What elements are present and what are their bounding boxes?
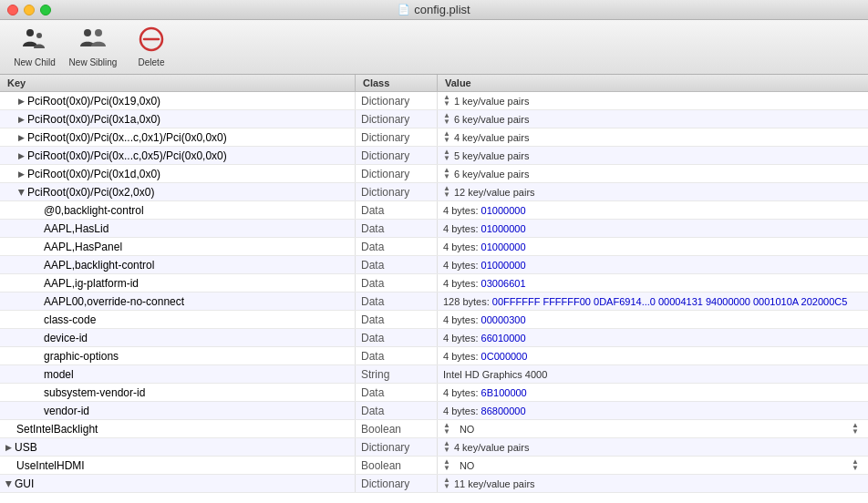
window-title: 📄 config.plist	[398, 3, 470, 16]
value-text: 4 bytes: 6B100000	[443, 387, 527, 398]
key-cell: ▶PciRoot(0x0)/Pci(0x2,0x0)	[0, 183, 356, 200]
delete-button[interactable]: Delete	[124, 23, 179, 72]
value-cell: 4 bytes: 01000000	[438, 238, 868, 255]
value-cell: 4 bytes: 66010000	[438, 329, 868, 346]
table-row[interactable]: class-codeData4 bytes: 00000300	[0, 311, 868, 329]
right-stepper[interactable]: ▲▼	[852, 423, 859, 435]
table-row[interactable]: AAPL,ig-platform-idData4 bytes: 03006601	[0, 274, 868, 293]
new-child-icon	[22, 26, 47, 56]
table-row[interactable]: AAPL,backlight-controlData4 bytes: 01000…	[0, 256, 868, 274]
value-cell: 128 bytes: 00FFFFFF FFFFFF00 0DAF6914...…	[438, 293, 868, 310]
value-text: 5 key/value pairs	[454, 150, 530, 161]
key-text: PciRoot(0x0)/Pci(0x1a,0x0)	[27, 113, 160, 126]
table-row[interactable]: device-idData4 bytes: 66010000	[0, 329, 868, 347]
new-child-button[interactable]: New Child	[7, 23, 62, 72]
stepper[interactable]: ▲▼	[443, 459, 450, 471]
key-text: vendor-id	[44, 405, 89, 417]
stepper[interactable]: ▲▼	[443, 131, 450, 143]
key-text: UseIntelHDMI	[16, 459, 85, 472]
new-sibling-button[interactable]: New Sibling	[66, 23, 120, 72]
table-row[interactable]: ▶USBDictionary▲▼4 key/value pairs	[0, 438, 868, 457]
value-text: 4 bytes: 03006601	[443, 278, 526, 289]
table-row[interactable]: modelStringIntel HD Graphics 4000	[0, 365, 868, 384]
value-text: 6 key/value pairs	[454, 114, 530, 125]
key-cell: AAPL,HasPanel	[0, 238, 356, 255]
stepper[interactable]: ▲▼	[443, 113, 450, 125]
key-cell: vendor-id	[0, 402, 356, 419]
value-text: Intel HD Graphics 4000	[443, 369, 547, 380]
stepper[interactable]: ▲▼	[443, 186, 450, 198]
titlebar: 📄 config.plist	[0, 0, 868, 20]
key-text: PciRoot(0x0)/Pci(0x...c,0x1)/Pci(0x0,0x0…	[27, 131, 227, 144]
key-cell: ▶PciRoot(0x0)/Pci(0x1d,0x0)	[0, 165, 356, 182]
key-cell: AAPL00,override-no-connect	[0, 293, 356, 310]
new-sibling-label: New Sibling	[69, 57, 118, 67]
table-row[interactable]: AAPL,HasLidData4 bytes: 01000000	[0, 220, 868, 238]
value-cell: 4 bytes: 03006601	[438, 274, 868, 292]
table-row[interactable]: ▶PciRoot(0x0)/Pci(0x1a,0x0)Dictionary▲▼6…	[0, 110, 868, 128]
key-cell: model	[0, 365, 356, 383]
key-cell: graphic-options	[0, 347, 356, 364]
new-sibling-icon	[80, 26, 106, 56]
table-row[interactable]: UseIntelHDMIBoolean▲▼NO▲▼	[0, 457, 868, 475]
value-text: 4 bytes: 00000300	[443, 314, 526, 325]
table-row[interactable]: ▶PciRoot(0x0)/Pci(0x1d,0x0)Dictionary▲▼6…	[0, 165, 868, 183]
table-row[interactable]: ▶PciRoot(0x0)/Pci(0x...c,0x5)/Pci(0x0,0x…	[0, 147, 868, 165]
key-text: PciRoot(0x0)/Pci(0x1d,0x0)	[27, 168, 160, 180]
stepper[interactable]: ▲▼	[443, 168, 450, 180]
table-row[interactable]: vendor-idData4 bytes: 86800000	[0, 402, 868, 420]
table-row[interactable]: @0,backlight-controlData4 bytes: 0100000…	[0, 201, 868, 220]
key-text: AAPL,HasLid	[44, 222, 108, 235]
value-cell: ▲▼NO▲▼	[438, 420, 868, 437]
stepper[interactable]: ▲▼	[443, 441, 450, 453]
key-text: AAPL00,override-no-connect	[44, 295, 184, 308]
key-cell: AAPL,ig-platform-id	[0, 274, 356, 292]
table-body: ▶PciRoot(0x0)/Pci(0x19,0x0)Dictionary▲▼1…	[0, 92, 868, 493]
stepper[interactable]: ▲▼	[443, 95, 450, 107]
class-cell: Dictionary	[356, 475, 438, 492]
value-cell: 4 bytes: 01000000	[438, 256, 868, 273]
key-cell: AAPL,HasLid	[0, 220, 356, 237]
value-cell: 4 bytes: 01000000	[438, 201, 868, 219]
minimize-button[interactable]	[24, 5, 35, 15]
table-row[interactable]: ▶PciRoot(0x0)/Pci(0x...c,0x1)/Pci(0x0,0x…	[0, 128, 868, 147]
stepper[interactable]: ▲▼	[443, 477, 450, 489]
class-cell: Dictionary	[356, 110, 438, 128]
svg-point-3	[95, 29, 102, 36]
collapse-triangle: ▶	[5, 480, 14, 487]
value-text: 4 bytes: 0C000000	[443, 351, 527, 362]
value-cell: ▲▼4 key/value pairs	[438, 438, 868, 456]
expand-triangle: ▶	[18, 151, 25, 160]
class-cell: Data	[356, 384, 438, 401]
key-cell: ▶PciRoot(0x0)/Pci(0x1a,0x0)	[0, 110, 356, 128]
class-cell: Boolean	[356, 457, 438, 474]
new-child-label: New Child	[14, 57, 56, 67]
table-row[interactable]: ▶PciRoot(0x0)/Pci(0x19,0x0)Dictionary▲▼1…	[0, 92, 868, 110]
stepper[interactable]: ▲▼	[443, 423, 450, 435]
key-text: class-code	[44, 313, 96, 326]
value-cell: 4 bytes: 6B100000	[438, 384, 868, 401]
collapse-triangle: ▶	[17, 189, 26, 195]
key-text: subsystem-vendor-id	[44, 386, 145, 399]
table-row[interactable]: AAPL,HasPanelData4 bytes: 01000000	[0, 238, 868, 256]
maximize-button[interactable]	[40, 5, 51, 15]
stepper[interactable]: ▲▼	[443, 149, 450, 161]
value-text: 4 key/value pairs	[454, 442, 530, 453]
value-cell: ▲▼NO▲▼	[438, 457, 868, 474]
table-row[interactable]: ▶GUIDictionary▲▼11 key/value pairs	[0, 475, 868, 493]
right-stepper[interactable]: ▲▼	[852, 459, 859, 471]
value-text: 4 bytes: 01000000	[443, 260, 526, 271]
key-cell: device-id	[0, 329, 356, 346]
close-button[interactable]	[7, 5, 18, 15]
key-column-header: Key	[0, 75, 356, 91]
class-cell: Data	[356, 220, 438, 237]
value-text: 11 key/value pairs	[454, 478, 535, 489]
table-row[interactable]: subsystem-vendor-idData4 bytes: 6B100000	[0, 384, 868, 402]
svg-point-0	[26, 29, 34, 36]
table-row[interactable]: graphic-optionsData4 bytes: 0C000000	[0, 347, 868, 365]
table-row[interactable]: AAPL00,override-no-connectData128 bytes:…	[0, 293, 868, 311]
table-row[interactable]: SetIntelBacklightBoolean▲▼NO▲▼	[0, 420, 868, 438]
class-column-header: Class	[356, 75, 438, 91]
table-row[interactable]: ▶PciRoot(0x0)/Pci(0x2,0x0)Dictionary▲▼12…	[0, 183, 868, 201]
class-cell: Dictionary	[356, 183, 438, 200]
